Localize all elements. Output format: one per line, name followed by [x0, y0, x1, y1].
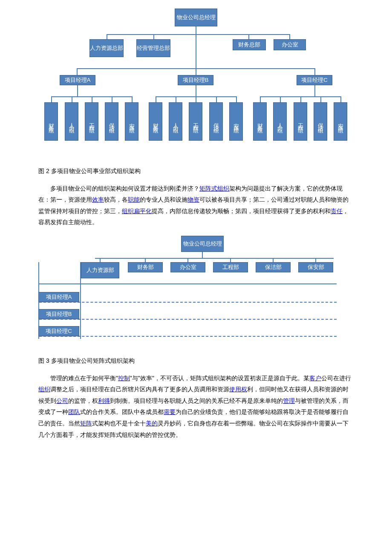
matrix-root: 物业公司总经理: [181, 236, 224, 252]
org-b-fin: 财务组: [149, 102, 162, 141]
link-team[interactable]: 团队: [68, 408, 80, 415]
link-flat-org[interactable]: 组织扁平化: [122, 208, 152, 214]
link-matrix-org[interactable]: 矩阵式组织: [199, 185, 229, 192]
org-b-hr: 人力组: [169, 102, 182, 141]
org-a-hr: 人力组: [65, 102, 78, 141]
org-ops: 经营管理总部: [136, 39, 170, 57]
figure3-caption: 图 3 多项目物业公司矩阵式组织架构: [38, 355, 354, 367]
org-a-fin: 财务组: [44, 102, 58, 141]
paragraph-1: 多项目物业公司的组织架构如何设置才能达到刚柔并济？矩阵式组织架构为问题提出了解决…: [38, 183, 354, 228]
org-b-sec: 安保组: [229, 102, 243, 141]
org-a-sec: 安保组: [125, 102, 138, 141]
org-c-eng: 工程组: [294, 102, 307, 141]
figure2-orgchart: 物业公司总经理 人力资源总部 经营管理总部 财务总部 办公室 项目经理A 项目经…: [38, 9, 354, 158]
org-a-clean: 保洁组: [105, 102, 118, 141]
link-matrix2[interactable]: 矩阵: [80, 420, 92, 427]
figure3-matrixchart: 物业公司总经理 人力资源部 财务部 办公室 工程部 保洁部 保安部 项目经理A …: [38, 236, 354, 342]
org-a-eng: 工程组: [85, 102, 98, 141]
link-duty[interactable]: 责任: [331, 208, 343, 214]
matrix-dept-office: 办公室: [170, 262, 205, 272]
matrix-pmA: 项目经理A: [38, 292, 79, 302]
link-company[interactable]: 公司: [56, 397, 68, 404]
org-c-clean: 保洁组: [314, 102, 327, 141]
link-gain[interactable]: 利得: [98, 397, 110, 404]
org-b-eng: 工程组: [189, 102, 202, 141]
link-customer[interactable]: 客户: [309, 375, 321, 382]
link-efficiency[interactable]: 效率: [92, 196, 104, 203]
paragraph-2: 管理的难点在于如何平衡"控制"与"效率"，不可否认，矩阵式组织架构的设置初衷正是…: [38, 373, 354, 441]
link-control[interactable]: 控制: [118, 375, 130, 382]
link-organization[interactable]: 组织: [38, 386, 50, 393]
link-need[interactable]: 需要: [164, 408, 176, 415]
matrix-dept-hr: 人力资源部: [81, 262, 119, 278]
link-function[interactable]: 职能: [128, 196, 140, 203]
org-office: 办公室: [274, 39, 306, 50]
link-usage-right[interactable]: 使用权: [229, 386, 247, 393]
org-pmA: 项目经理A: [60, 75, 95, 85]
link-management[interactable]: 管理: [283, 397, 295, 404]
org-c-sec: 安保组: [334, 102, 347, 141]
matrix-dept-clean: 保洁部: [256, 262, 291, 272]
link-mei[interactable]: 美的: [146, 420, 158, 427]
matrix-dept-eng: 工程部: [213, 262, 248, 272]
org-c-fin: 财务组: [253, 102, 267, 141]
org-b-clean: 保洁组: [209, 102, 223, 141]
link-material[interactable]: 物资: [187, 196, 199, 203]
org-finance: 财务总部: [233, 39, 266, 50]
org-pmB: 项目经理B: [178, 75, 213, 85]
org-root: 物业公司总经理: [175, 9, 217, 26]
matrix-dept-sec: 保安部: [298, 262, 333, 272]
matrix-dept-finance: 财务部: [128, 262, 163, 272]
org-c-hr: 人力组: [273, 102, 287, 141]
figure2-caption: 图 2 多项目物业公司事业部式组织架构: [38, 165, 354, 177]
matrix-pmB: 项目经理B: [38, 309, 79, 319]
org-pmC: 项目经理C: [297, 75, 332, 85]
matrix-pmC: 项目经理C: [38, 326, 79, 336]
org-hr: 人力资源总部: [89, 39, 124, 57]
